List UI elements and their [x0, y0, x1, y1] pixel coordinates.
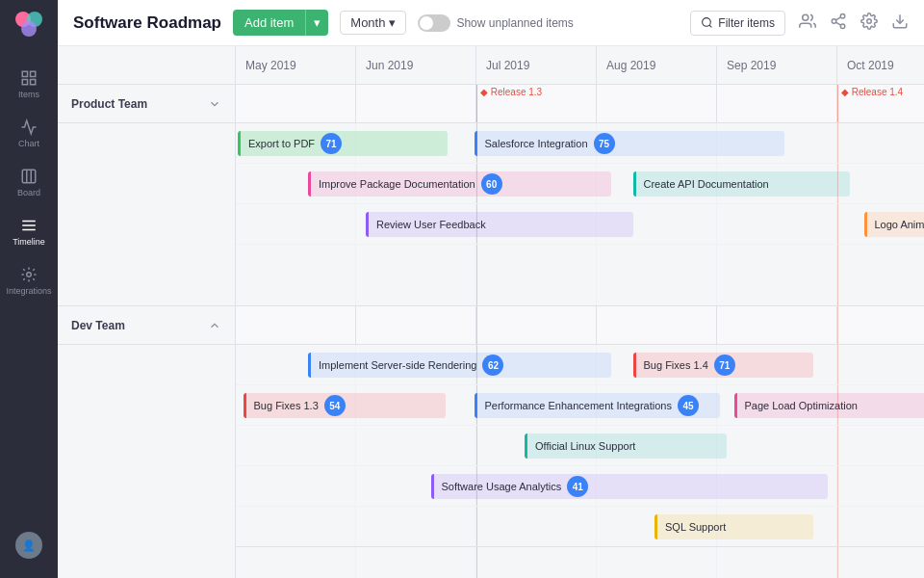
- collapse-icon-dev: [208, 319, 221, 332]
- task-logo-animation[interactable]: Logo Anima...: [864, 212, 925, 237]
- sidebar: Items Chart Board Timeline Integrations …: [0, 0, 58, 578]
- dev-row-4: Software Usage Analytics 41: [236, 466, 924, 507]
- svg-rect-3: [22, 71, 27, 76]
- task-review-feedback[interactable]: Review User Feedback: [366, 212, 633, 237]
- task-bug-fixes-13[interactable]: Bug Fixes 1.3 54: [244, 393, 446, 418]
- unplanned-toggle-label: Show unplanned items: [456, 16, 573, 30]
- add-item-caret[interactable]: ▾: [305, 10, 328, 36]
- product-team-section: ◆ Release 1.3 ◆ Release 1.4: [236, 85, 924, 306]
- task-performance[interactable]: Performance Enhancement Integrations 45: [475, 393, 720, 418]
- product-row-extra: [236, 245, 924, 306]
- month-may: May 2019: [236, 46, 356, 84]
- month-selector[interactable]: Month ▾: [340, 11, 406, 35]
- dev-team-gantt-header: [236, 306, 924, 345]
- labels-header: [58, 46, 235, 85]
- filter-button[interactable]: Filter items: [690, 11, 785, 36]
- months-row: May 2019 Jun 2019 Jul 2019 Aug 2019 Sep …: [236, 46, 924, 85]
- svg-rect-7: [22, 170, 36, 183]
- svg-point-18: [832, 18, 836, 23]
- download-icon[interactable]: [891, 13, 909, 34]
- group-product-team-label: Product Team: [71, 97, 147, 111]
- svg-point-13: [27, 273, 32, 277]
- dev-team-section: Implement Server-side Rendering 62 Bug F…: [236, 306, 924, 578]
- task-page-load[interactable]: Page Load Optimization: [734, 393, 925, 418]
- unplanned-toggle-wrap: Show unplanned items: [418, 14, 573, 32]
- task-export-pdf-badge: 71: [321, 133, 342, 154]
- task-linux-support[interactable]: Official Linux Support: [525, 434, 727, 459]
- svg-rect-5: [22, 80, 27, 85]
- dev-row-2: Bug Fixes 1.3 54 Performance Enhancement…: [236, 385, 924, 426]
- add-item-group: Add item ▾: [233, 10, 328, 36]
- month-label: Month: [350, 15, 385, 30]
- product-row-2: Improve Package Documentation 60 Create …: [236, 164, 924, 204]
- app-logo[interactable]: [13, 10, 44, 40]
- dev-row-3: Official Linux Support: [236, 426, 924, 466]
- toggle-knob: [420, 16, 433, 30]
- dev-team-spacer: [58, 345, 235, 578]
- product-row-1: Export to PDF 71 Salesforce Integration …: [236, 123, 924, 164]
- gantt-inner: May 2019 Jun 2019 Jul 2019 Aug 2019 Sep …: [236, 46, 924, 578]
- page-title: Software Roadmap: [73, 13, 221, 33]
- filter-label: Filter items: [718, 16, 775, 30]
- release13-line-header: [476, 85, 477, 122]
- task-create-api-docs[interactable]: Create API Documentation: [633, 171, 850, 197]
- dev-row-5: SQL Support: [236, 507, 924, 547]
- svg-rect-6: [31, 80, 36, 85]
- user-avatar[interactable]: 👤: [15, 522, 42, 568]
- month-chevron-icon: ▾: [389, 15, 396, 30]
- month-jun: Jun 2019: [356, 46, 476, 84]
- dev-row-1: Implement Server-side Rendering 62 Bug F…: [236, 345, 924, 385]
- svg-point-22: [867, 18, 872, 23]
- task-improve-docs-badge: 60: [481, 173, 502, 195]
- collapse-icon: [208, 97, 221, 111]
- task-sql-support[interactable]: SQL Support: [654, 514, 813, 539]
- timeline-area: Product Team Dev Team UI & UX Team: [58, 46, 924, 578]
- sidebar-item-items[interactable]: Items: [0, 60, 58, 109]
- task-usage-analytics[interactable]: Software Usage Analytics 41: [431, 474, 829, 499]
- svg-line-20: [835, 22, 840, 25]
- task-salesforce-badge: 75: [594, 133, 615, 154]
- sidebar-item-integrations[interactable]: Integrations: [0, 256, 58, 305]
- month-aug: Aug 2019: [597, 46, 717, 84]
- task-salesforce[interactable]: Salesforce Integration 75: [475, 131, 785, 156]
- release14-line-header: [837, 85, 838, 122]
- month-jul: Jul 2019: [476, 46, 597, 84]
- svg-line-15: [709, 25, 711, 27]
- product-team-gantt-header: ◆ Release 1.3 ◆ Release 1.4: [236, 85, 924, 123]
- svg-rect-4: [31, 71, 36, 76]
- product-team-spacer: [58, 123, 235, 306]
- svg-line-21: [835, 16, 840, 19]
- add-item-button[interactable]: Add item: [233, 10, 305, 36]
- month-sep: Sep 2019: [717, 46, 837, 84]
- search-icon: [701, 16, 713, 29]
- task-server-rendering[interactable]: Implement Server-side Rendering 62: [308, 353, 611, 378]
- sidebar-item-timeline[interactable]: Timeline: [0, 207, 58, 256]
- task-improve-docs[interactable]: Improve Package Documentation 60: [308, 171, 611, 197]
- svg-point-14: [703, 18, 711, 27]
- header-actions: Filter items: [690, 11, 909, 36]
- svg-point-17: [840, 13, 845, 18]
- svg-point-16: [803, 14, 808, 20]
- product-row-3: Review User Feedback Logo Anima...: [236, 204, 924, 245]
- dev-row-extra: [236, 547, 924, 578]
- task-export-pdf[interactable]: Export to PDF 71: [238, 131, 448, 156]
- unplanned-toggle[interactable]: [418, 14, 450, 32]
- release13-label: ◆ Release 1.3: [480, 87, 542, 97]
- group-product-team[interactable]: Product Team: [58, 85, 235, 123]
- svg-point-2: [21, 21, 37, 37]
- gantt-scroll-area[interactable]: May 2019 Jun 2019 Jul 2019 Aug 2019 Sep …: [236, 46, 924, 578]
- main-content: Software Roadmap Add item ▾ Month ▾ Show…: [58, 0, 924, 578]
- group-dev-team[interactable]: Dev Team: [58, 306, 235, 345]
- group-dev-team-label: Dev Team: [71, 319, 125, 332]
- settings-icon[interactable]: [860, 13, 878, 34]
- sidebar-item-board-label: Board: [17, 188, 40, 197]
- people-icon[interactable]: [799, 13, 816, 34]
- svg-point-19: [840, 24, 845, 29]
- sidebar-item-integrations-label: Integrations: [6, 286, 51, 296]
- task-bug-fixes-14[interactable]: Bug Fixes 1.4 71: [633, 353, 814, 378]
- share-icon[interactable]: [830, 13, 847, 34]
- sidebar-item-board[interactable]: Board: [0, 158, 58, 207]
- sidebar-item-items-label: Items: [18, 90, 39, 99]
- labels-column: Product Team Dev Team UI & UX Team: [58, 46, 236, 578]
- sidebar-item-chart[interactable]: Chart: [0, 109, 58, 158]
